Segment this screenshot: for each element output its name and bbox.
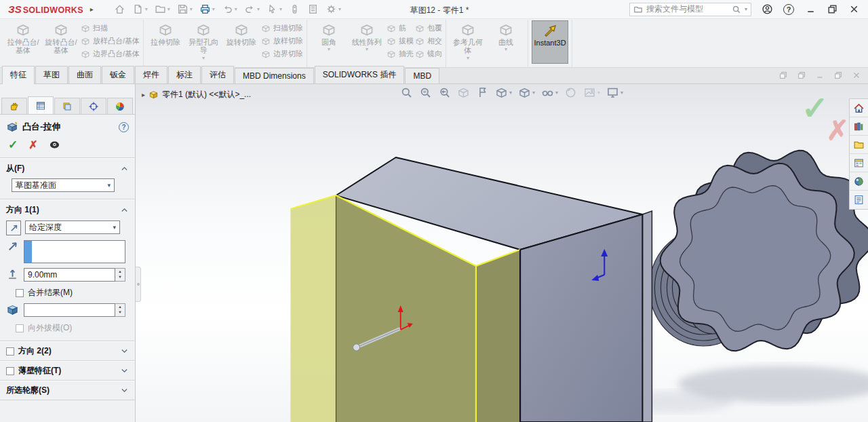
solidworks-resources-button[interactable] bbox=[850, 99, 868, 117]
ribbon-big-button[interactable]: 异型孔向导▾ bbox=[185, 20, 222, 64]
confirm-ok-button[interactable]: ✓ bbox=[802, 92, 829, 125]
expand-icon[interactable] bbox=[120, 347, 129, 356]
ribbon-big-button[interactable]: 曲线▾ bbox=[488, 20, 524, 64]
display-style-button[interactable]: ▾ bbox=[518, 86, 535, 99]
open-button[interactable]: ▾ bbox=[152, 2, 173, 16]
chevron-down-icon[interactable]: ▾ bbox=[467, 56, 469, 62]
from-section-header[interactable]: 从(F) bbox=[6, 163, 129, 174]
chevron-down-icon[interactable]: ▾ bbox=[212, 6, 215, 12]
search-dropdown-icon[interactable]: ▾ bbox=[745, 6, 747, 12]
rebuild-button[interactable] bbox=[286, 2, 303, 16]
ribbon-small-button[interactable]: 镜向 bbox=[415, 49, 442, 59]
ribbon-small-button[interactable]: 放样凸台/基体 bbox=[81, 36, 140, 46]
ribbon-small-button[interactable]: 扫描 bbox=[81, 23, 140, 33]
appearances-scenes-button[interactable] bbox=[850, 172, 868, 191]
selected-contours-header[interactable]: 所选轮廓(S) bbox=[6, 385, 129, 396]
ok-button[interactable]: ✓ bbox=[8, 138, 18, 152]
panel-tab-configuration-manager[interactable] bbox=[54, 98, 80, 114]
tab-mbd[interactable]: MBD bbox=[405, 68, 439, 83]
end-condition-select[interactable]: 给定深度 ▾ bbox=[25, 220, 120, 234]
confirm-cancel-button[interactable]: ✗ bbox=[826, 117, 849, 144]
doc-restore-icon[interactable] bbox=[833, 71, 843, 80]
part-label[interactable]: 零件1 (默认) <<默认>_... bbox=[162, 89, 251, 100]
ribbon-small-button[interactable]: 边界切除 bbox=[261, 49, 303, 59]
view-orientation-button[interactable]: ▾ bbox=[495, 86, 512, 99]
cancel-button[interactable]: ✗ bbox=[28, 138, 37, 151]
tab-sheet-metal[interactable]: 钣金 bbox=[102, 66, 134, 83]
ribbon-small-button[interactable]: 放样切除 bbox=[261, 36, 303, 46]
panel-help-icon[interactable]: ? bbox=[119, 122, 129, 132]
close-button[interactable] bbox=[845, 2, 863, 17]
chevron-down-icon[interactable]: ▾ bbox=[279, 6, 282, 12]
ribbon-big-button[interactable]: 旋转凸台/基体 bbox=[43, 20, 79, 64]
chevron-down-icon[interactable]: ▾ bbox=[509, 90, 512, 96]
draft-input[interactable] bbox=[24, 303, 115, 317]
ribbon-small-button[interactable]: 抽壳 bbox=[387, 49, 414, 59]
undo-button[interactable]: ▾ bbox=[219, 2, 240, 16]
home-button[interactable] bbox=[111, 2, 128, 16]
chevron-down-icon[interactable]: ▾ bbox=[505, 47, 507, 53]
account-button[interactable] bbox=[758, 2, 776, 17]
tab-features[interactable]: 特征 bbox=[2, 66, 35, 84]
redo-button[interactable]: ▾ bbox=[241, 2, 262, 16]
ribbon-big-button[interactable]: 圆角▾ bbox=[311, 20, 347, 64]
extrude-preview-side-face[interactable] bbox=[476, 250, 520, 422]
file-explorer-button[interactable] bbox=[850, 136, 868, 154]
panel-tab-dimxpert-manager[interactable] bbox=[81, 98, 106, 114]
direction2-header[interactable]: 方向 2(2) bbox=[6, 345, 129, 357]
chevron-down-icon[interactable]: ▾ bbox=[167, 6, 170, 12]
direction-selection-box[interactable] bbox=[24, 240, 125, 263]
view-palette-button[interactable] bbox=[850, 154, 868, 172]
merge-result-checkbox[interactable]: 合并结果(M) bbox=[16, 287, 129, 299]
search-icon[interactable] bbox=[732, 5, 741, 14]
menu-expand-arrow-icon[interactable]: ▸ bbox=[90, 5, 94, 13]
chevron-down-icon[interactable]: ▾ bbox=[190, 6, 193, 12]
tab-weldments[interactable]: 焊件 bbox=[135, 66, 167, 83]
knob-wheel[interactable] bbox=[649, 151, 868, 351]
zoom-to-area-button[interactable] bbox=[419, 86, 432, 99]
chevron-down-icon[interactable]: ▾ bbox=[620, 90, 623, 96]
print-button[interactable]: ▾ bbox=[197, 2, 218, 16]
ribbon-small-button[interactable]: 包覆 bbox=[415, 23, 442, 33]
ribbon-big-button[interactable]: 拉伸凸台/基体 bbox=[5, 20, 41, 64]
ribbon-big-button[interactable]: 线性阵列▾ bbox=[349, 20, 385, 64]
minimize-button[interactable] bbox=[802, 2, 819, 17]
ribbon-big-button[interactable]: 旋转切除 bbox=[223, 20, 260, 64]
select-button[interactable]: ▾ bbox=[264, 2, 285, 16]
search-box[interactable]: 搜索文件与模型 ▾ bbox=[629, 3, 751, 16]
thin-feature-header[interactable]: 薄壁特征(T) bbox=[6, 365, 129, 377]
direction1-header[interactable]: 方向 1(1) bbox=[6, 204, 129, 216]
tab-mbd-dimensions[interactable]: MBD Dimensions bbox=[235, 68, 314, 83]
expand-icon[interactable] bbox=[120, 366, 129, 375]
ribbon-small-button[interactable]: 拔模 bbox=[387, 36, 414, 46]
flange-plate[interactable] bbox=[642, 211, 652, 422]
chevron-down-icon[interactable]: ▾ bbox=[202, 56, 205, 62]
chevron-down-icon[interactable]: ▾ bbox=[597, 90, 600, 96]
search-input[interactable]: 搜索文件与模型 bbox=[646, 3, 728, 15]
chevron-down-icon[interactable]: ▾ bbox=[257, 6, 260, 12]
file-properties-button[interactable] bbox=[304, 2, 321, 16]
checkbox-icon[interactable] bbox=[6, 367, 14, 375]
ribbon-big-button[interactable]: 拉伸切除 bbox=[147, 20, 184, 64]
hide-show-items-button[interactable]: ▾ bbox=[541, 86, 558, 99]
panel-tab-property-manager[interactable] bbox=[28, 96, 54, 114]
design-library-button[interactable] bbox=[850, 117, 868, 136]
extrude-preview-left-face[interactable] bbox=[290, 195, 336, 422]
previous-view-button[interactable] bbox=[438, 86, 451, 99]
chevron-down-icon[interactable]: ▾ bbox=[532, 90, 535, 96]
ribbon-big-button[interactable]: 参考几何体▾ bbox=[450, 20, 486, 64]
ribbon-big-button[interactable]: Instant3D bbox=[532, 20, 568, 64]
tab-evaluate[interactable]: 评估 bbox=[201, 66, 234, 83]
collapse-icon[interactable] bbox=[120, 206, 129, 214]
view-settings-button[interactable]: ▾ bbox=[606, 86, 623, 99]
draft-spinner[interactable]: ▲▼ bbox=[115, 303, 125, 317]
panel-tab-feature-manager-tree[interactable] bbox=[1, 98, 27, 114]
custom-properties-button[interactable] bbox=[850, 191, 868, 209]
chevron-down-icon[interactable]: ▾ bbox=[366, 47, 368, 53]
restore-button[interactable] bbox=[823, 2, 841, 17]
from-condition-select[interactable]: 草图基准面 ▾ bbox=[12, 178, 115, 192]
annotation-views-button[interactable] bbox=[476, 86, 489, 99]
help-button[interactable]: ? bbox=[780, 2, 797, 17]
zoom-to-fit-button[interactable] bbox=[400, 86, 413, 99]
tab-markup[interactable]: 标注 bbox=[168, 66, 201, 83]
